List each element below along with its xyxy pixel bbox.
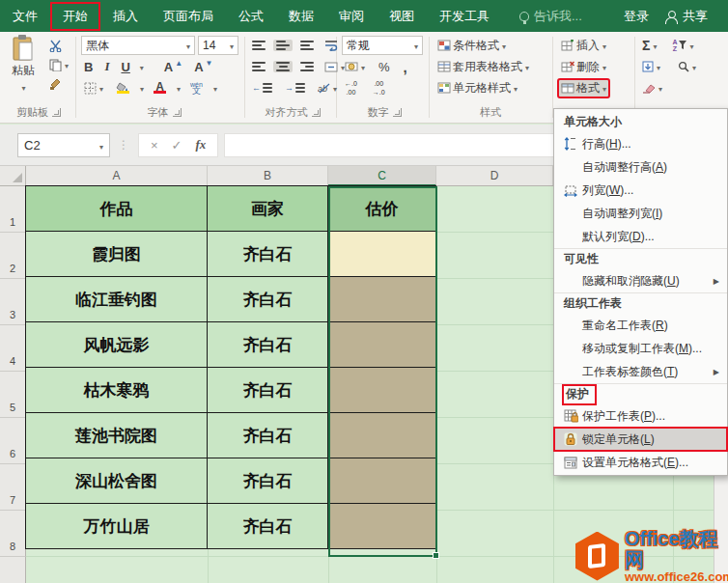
cell-a8[interactable]: 万竹山居	[25, 503, 208, 549]
enter-button[interactable]: ✓	[172, 138, 182, 153]
copy-button[interactable]	[46, 57, 71, 72]
row-header-1[interactable]: 1	[0, 186, 26, 233]
tab-formulas[interactable]: 公式	[226, 2, 276, 31]
number-format-combo[interactable]: 常规	[342, 36, 423, 55]
format-cells-menu-button[interactable]: 格式	[558, 79, 609, 97]
menu-item-column-width[interactable]: 列宽(W)...	[554, 179, 727, 202]
align-right-button[interactable]	[297, 61, 317, 72]
tab-page-layout[interactable]: 页面布局	[151, 2, 226, 31]
cell-b3[interactable]: 齐白石	[207, 276, 328, 322]
cell-a4[interactable]: 风帆远影	[25, 321, 208, 368]
cell-c7[interactable]	[327, 458, 436, 504]
cancel-button[interactable]: ×	[151, 138, 158, 153]
cell-c2-active[interactable]	[327, 231, 436, 277]
tab-data[interactable]: 数据	[276, 2, 326, 31]
cell-c8[interactable]	[327, 503, 436, 549]
fill-color-arrow-icon[interactable]	[139, 81, 144, 95]
alignment-dialog-launcher-icon[interactable]	[312, 108, 321, 117]
shrink-font-button[interactable]: A▼	[191, 59, 215, 75]
bold-button[interactable]: B	[81, 59, 96, 75]
tab-view[interactable]: 视图	[377, 2, 427, 31]
font-dialog-launcher-icon[interactable]	[173, 108, 182, 117]
cell-b2[interactable]: 齐白石	[207, 231, 328, 277]
increase-indent-button[interactable]: →	[282, 82, 308, 94]
fill-down-button[interactable]	[639, 59, 663, 74]
comma-style-button[interactable]: ,	[401, 58, 410, 76]
formula-bar-splitter[interactable]: ⋮	[118, 138, 130, 152]
decrease-indent-button[interactable]: ←	[249, 82, 275, 94]
cell-b5[interactable]: 齐白石	[207, 367, 328, 413]
column-header-a[interactable]: A	[26, 166, 208, 185]
cell-a2[interactable]: 霞归图	[25, 231, 208, 277]
cell-a1[interactable]: 作品	[25, 185, 208, 232]
row-header-7[interactable]: 7	[0, 464, 26, 511]
tab-file[interactable]: 文件	[0, 2, 50, 31]
tab-home[interactable]: 开始	[50, 2, 100, 31]
cell-c3[interactable]	[327, 276, 436, 322]
cell-c6[interactable]	[327, 412, 436, 458]
select-all-button[interactable]	[0, 166, 26, 185]
cell-b6[interactable]: 齐白石	[207, 412, 328, 458]
cell-a7[interactable]: 深山松舍图	[25, 458, 208, 504]
row-header-3[interactable]: 3	[0, 279, 26, 325]
font-size-combo[interactable]: 14	[198, 36, 238, 55]
cut-button[interactable]	[46, 39, 71, 53]
sign-in-button[interactable]: 登录	[611, 2, 661, 31]
column-header-c[interactable]: C	[328, 166, 436, 186]
cell-c4[interactable]	[327, 321, 436, 368]
insert-function-button[interactable]: fx	[196, 137, 207, 153]
clipboard-dialog-launcher-icon[interactable]	[52, 108, 61, 117]
orientation-button[interactable]: ab	[315, 80, 340, 96]
wrap-text-button[interactable]	[322, 39, 341, 52]
paste-button[interactable]: 粘贴	[4, 35, 42, 94]
autosum-button[interactable]: Σ	[639, 37, 659, 54]
menu-item-rename-sheet[interactable]: 重命名工作表(R)	[554, 314, 727, 337]
row-header-9[interactable]: 9	[0, 557, 26, 583]
insert-cells-button[interactable]: 插入	[558, 37, 609, 55]
menu-item-lock-cell[interactable]: 锁定单元格(L)	[554, 428, 727, 451]
cell-c1[interactable]: 估价	[327, 185, 436, 232]
underline-button[interactable]: U	[118, 59, 132, 75]
paste-dropdown-arrow-icon[interactable]	[20, 80, 25, 94]
accounting-format-button[interactable]	[342, 59, 368, 74]
row-header-5[interactable]: 5	[0, 372, 26, 418]
menu-item-format-cells-dialog[interactable]: 设置单元格格式(E)...	[554, 451, 727, 474]
align-top-button[interactable]	[249, 40, 268, 51]
conditional-formatting-button[interactable]: 条件格式	[434, 37, 509, 55]
percent-style-button[interactable]: %	[376, 59, 393, 75]
menu-item-move-copy-sheet[interactable]: 移动或复制工作表(M)...	[554, 337, 727, 360]
delete-cells-button[interactable]: 删除	[558, 58, 609, 76]
font-name-combo[interactable]: 黑体	[81, 36, 195, 55]
menu-item-row-height[interactable]: 行高(H)...	[554, 132, 727, 155]
column-header-b[interactable]: B	[208, 166, 328, 185]
name-box[interactable]: C2	[17, 133, 110, 157]
tell-me-box[interactable]: 告诉我...	[519, 8, 582, 25]
find-select-button[interactable]	[675, 59, 699, 74]
fill-color-button[interactable]	[113, 81, 132, 95]
cell-b8[interactable]: 齐白石	[207, 503, 328, 549]
cell-a5[interactable]: 枯木寒鸦	[25, 367, 208, 413]
font-color-arrow-icon[interactable]	[176, 81, 181, 95]
align-middle-button[interactable]	[273, 40, 293, 51]
column-header-d[interactable]: D	[436, 166, 553, 185]
italic-button[interactable]: I	[101, 58, 112, 75]
cell-b7[interactable]: 齐白石	[207, 458, 328, 504]
increase-decimal-button[interactable]: ←.0.00	[342, 79, 360, 97]
underline-arrow-icon[interactable]	[139, 60, 144, 73]
menu-item-default-width[interactable]: 默认列宽(D)...	[554, 225, 727, 248]
decrease-decimal-button[interactable]: .00→.0	[370, 79, 388, 97]
number-dialog-launcher-icon[interactable]	[393, 108, 402, 117]
row-header-2[interactable]: 2	[0, 233, 26, 279]
tab-insert[interactable]: 插入	[100, 2, 151, 31]
cell-a3[interactable]: 临江垂钓图	[25, 276, 208, 322]
share-button[interactable]: 共享	[681, 2, 720, 31]
align-left-button[interactable]	[249, 61, 268, 72]
menu-item-autofit-column-width[interactable]: 自动调整列宽(I)	[554, 202, 727, 225]
clear-button[interactable]	[639, 80, 665, 96]
row-header-8[interactable]: 8	[0, 511, 26, 557]
align-bottom-button[interactable]	[297, 40, 317, 51]
sort-filter-button[interactable]: AZ	[669, 38, 696, 53]
cell-b1[interactable]: 画家	[207, 185, 328, 232]
grow-font-button[interactable]: A▲	[161, 59, 185, 75]
cell-styles-button[interactable]: 单元格样式	[434, 79, 520, 97]
